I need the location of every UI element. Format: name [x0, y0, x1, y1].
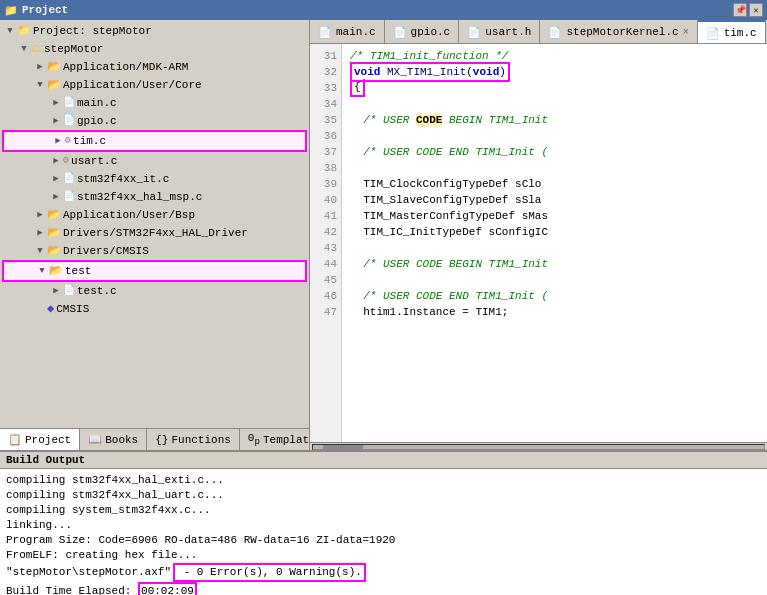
- tree-item-it[interactable]: ▶ 📄 stm32f4xx_it.c: [2, 170, 307, 188]
- tree-item-core[interactable]: ▼ 📂 Application/User/Core: [2, 76, 307, 94]
- build-line-6: "stepMotor\stepMotor.axf" - 0 Error(s), …: [6, 563, 761, 582]
- expand-icon-msp: ▶: [50, 191, 62, 203]
- folder-icon-bsp: 📂: [47, 206, 61, 224]
- code-line-37: /* USER CODE END TIM1_Init (: [350, 144, 759, 160]
- expand-icon-gpioc: ▶: [50, 115, 62, 127]
- tab-close-kernel[interactable]: ×: [683, 27, 689, 38]
- project-tree: ▼ 📁 Project: stepMotor ▼ 🗂 stepMotor ▶ 📂: [2, 22, 307, 318]
- code-area[interactable]: 31 32 33 34 35 36 37 38 39 40 41 42 43 4…: [310, 44, 767, 442]
- code-line-41: TIM_MasterConfigTypeDef sMas: [350, 208, 759, 224]
- highlight-32: void MX_TIM1_Init(void): [350, 62, 510, 82]
- project-tab-label: Project: [25, 434, 71, 446]
- tree-root[interactable]: ▼ 📁 Project: stepMotor: [2, 22, 307, 40]
- books-tab-label: Books: [105, 434, 138, 446]
- window-icon: 📁: [4, 4, 18, 17]
- templates-tab-icon: 0p: [248, 432, 260, 447]
- tab-icon-timc: 📄: [706, 27, 720, 40]
- tab-tim-c[interactable]: 📄 tim.c: [698, 20, 766, 44]
- left-panel: ▼ 📁 Project: stepMotor ▼ 🗂 stepMotor ▶ 📂: [0, 20, 310, 450]
- code-line-34: [350, 96, 759, 112]
- tree-item-mainc[interactable]: ▶ 📄 main.c: [2, 94, 307, 112]
- item-label-bsp: Application/User/Bsp: [63, 206, 195, 224]
- expand-icon-bsp: ▶: [34, 209, 46, 221]
- code-47: htim1.Instance = TIM1;: [363, 304, 508, 320]
- expand-icon: ▼: [4, 25, 16, 37]
- build-line-2: compiling system_stm32f4xx.c...: [6, 503, 761, 518]
- code-content: /* TIM1_init_function */ void MX_TIM1_In…: [342, 44, 767, 442]
- tab-usart-h[interactable]: 📄 usart.h: [459, 20, 540, 44]
- editor-panel: 📄 main.c 📄 gpio.c 📄 usart.h 📄 stepMotorK…: [310, 20, 767, 450]
- tree-item-bsp[interactable]: ▶ 📂 Application/User/Bsp: [2, 206, 307, 224]
- folder-icon-sm: 🗂: [31, 40, 42, 58]
- tab-label-usarth: usart.h: [485, 26, 531, 38]
- item-label-testc: test.c: [77, 282, 117, 300]
- expand-icon-sm: ▼: [18, 43, 30, 55]
- item-label-timc: tim.c: [73, 132, 106, 150]
- pin-button[interactable]: 📌: [733, 3, 747, 17]
- scroll-track[interactable]: [312, 444, 765, 450]
- tab-stepmotor-kernel[interactable]: 📄 stepMotorKernel.c ×: [540, 20, 697, 44]
- build-time-highlight: 00:02:09: [138, 582, 197, 595]
- tree-item-mdk[interactable]: ▶ 📂 Application/MDK-ARM: [2, 58, 307, 76]
- build-text-7a: Build Time Elapsed:: [6, 584, 138, 595]
- tree-item-cmsis-drv[interactable]: ▼ 📂 Drivers/CMSIS: [2, 242, 307, 260]
- expand-icon-mainc: ▶: [50, 97, 62, 109]
- tab-gpio-c[interactable]: 📄 gpio.c: [385, 20, 460, 44]
- expand-icon-cmsis-drv: ▼: [34, 245, 46, 257]
- tab-main-c[interactable]: 📄 main.c: [310, 20, 385, 44]
- tab-icon-mainc: 📄: [318, 26, 332, 39]
- file-icon-mainc: 📄: [63, 94, 75, 112]
- item-label-gpioc: gpio.c: [77, 112, 117, 130]
- folder-icon-hal: 📂: [47, 224, 61, 242]
- tab-books[interactable]: 📖 Books: [80, 429, 147, 450]
- code-line-39: TIM_ClockConfigTypeDef sClo: [350, 176, 759, 192]
- tree-container: ▼ 📁 Project: stepMotor ▼ 🗂 stepMotor ▶ 📂: [0, 20, 309, 428]
- code-line-36: [350, 128, 759, 144]
- tab-label-gpioc: gpio.c: [411, 26, 451, 38]
- item-label-mdk: Application/MDK-ARM: [63, 58, 188, 76]
- horizontal-scrollbar[interactable]: [310, 442, 767, 450]
- scroll-thumb[interactable]: [323, 445, 363, 449]
- tree-item-stepmotor[interactable]: ▼ 🗂 stepMotor: [2, 40, 307, 58]
- error-highlight: - 0 Error(s), 0 Warning(s).: [173, 563, 366, 582]
- close-button[interactable]: ✕: [749, 3, 763, 17]
- code-line-46: /* USER CODE END TIM1_Init (: [350, 288, 759, 304]
- build-line-1: compiling stm32f4xx_hal_uart.c...: [6, 488, 761, 503]
- code-line-42: TIM_IC_InitTypeDef sConfigIC: [350, 224, 759, 240]
- tab-label-mainc: main.c: [336, 26, 376, 38]
- line-numbers: 31 32 33 34 35 36 37 38 39 40 41 42 43 4…: [310, 44, 342, 442]
- top-section: ▼ 📁 Project: stepMotor ▼ 🗂 stepMotor ▶ 📂: [0, 20, 767, 450]
- folder-icon-cmsis-drv: 📂: [47, 242, 61, 260]
- item-label-stepmotor: stepMotor: [44, 40, 103, 58]
- build-text-3: linking...: [6, 518, 72, 533]
- tree-item-timc[interactable]: ▶ ⚙ tim.c: [2, 130, 307, 152]
- tab-label-kernel: stepMotorKernel.c: [566, 26, 678, 38]
- build-output-title: Build Output: [0, 452, 767, 469]
- file-icon-it: 📄: [63, 170, 75, 188]
- tree-item-gpioc[interactable]: ▶ 📄 gpio.c: [2, 112, 307, 130]
- code-line-45: [350, 272, 759, 288]
- tab-project[interactable]: 📋 Project: [0, 429, 80, 450]
- tree-item-cmsis[interactable]: ◆ CMSIS: [2, 300, 307, 318]
- file-icon-testc: 📄: [63, 282, 75, 300]
- folder-icon-core: 📂: [47, 76, 61, 94]
- file-icon-gpioc: 📄: [63, 112, 75, 130]
- item-label-hal: Drivers/STM32F4xx_HAL_Driver: [63, 224, 248, 242]
- tree-item-msp[interactable]: ▶ 📄 stm32f4xx_hal_msp.c: [2, 188, 307, 206]
- build-text-1: compiling stm32f4xx_hal_uart.c...: [6, 488, 224, 503]
- expand-icon-test: ▼: [36, 265, 48, 277]
- functions-tab-label: Functions: [171, 434, 230, 446]
- tree-item-usartc[interactable]: ▶ ⚙ usart.c: [2, 152, 307, 170]
- tree-item-test[interactable]: ▼ 📂 test: [2, 260, 307, 282]
- comment-37: /* USER CODE END TIM1_Init (: [350, 144, 548, 160]
- kw-void2: void: [473, 66, 499, 78]
- folder-icon-test: 📂: [49, 262, 63, 280]
- tree-item-testc[interactable]: ▶ 📄 test.c: [2, 282, 307, 300]
- tab-functions[interactable]: {} Functions: [147, 429, 240, 450]
- build-text-6a: "stepMotor\stepMotor.axf": [6, 565, 171, 580]
- tree-item-hal[interactable]: ▶ 📂 Drivers/STM32F4xx_HAL_Driver: [2, 224, 307, 242]
- file-icon-msp: 📄: [63, 188, 75, 206]
- code-42: TIM_IC_InitTypeDef sConfigIC: [363, 224, 548, 240]
- expand-icon-timc: ▶: [52, 135, 64, 147]
- expand-icon-cmsis: [34, 303, 46, 315]
